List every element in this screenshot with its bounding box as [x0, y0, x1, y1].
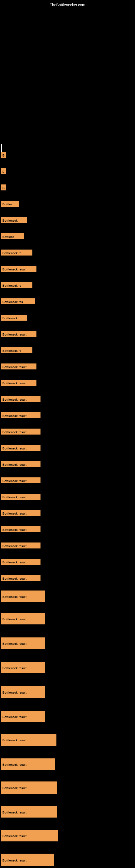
bottleneck-result-5: Bottlene: [1, 233, 24, 239]
bottleneck-result-32: Bottleneck result: [1, 711, 45, 722]
cursor-bar: [1, 144, 2, 152]
bottleneck-result-1: E: [1, 168, 6, 174]
bottleneck-result-3: Bottler: [1, 201, 19, 207]
bottleneck-result-14: Bottleneck result: [1, 380, 37, 386]
bottleneck-result-37: Bottleneck result: [1, 830, 58, 841]
bottleneck-result-24: Bottleneck result: [1, 542, 41, 549]
bottleneck-result-29: Bottleneck result: [1, 638, 45, 649]
bottleneck-result-18: Bottleneck result: [1, 445, 41, 451]
bottleneck-result-34: Bottleneck result: [1, 758, 55, 770]
bottleneck-result-26: Bottleneck result: [1, 575, 41, 581]
bottleneck-result-19: Bottleneck result: [1, 461, 41, 467]
bottleneck-result-31: Bottleneck result: [1, 686, 45, 698]
bottleneck-result-12: Bottleneck re: [1, 347, 32, 353]
bottleneck-result-7: Bottleneck resul: [1, 266, 37, 272]
bottleneck-result-36: Bottleneck result: [1, 806, 57, 817]
bottleneck-result-35: Bottleneck result: [1, 781, 57, 794]
bottleneck-result-21: Bottleneck result: [1, 494, 41, 500]
bottleneck-result-20: Bottleneck result: [1, 477, 41, 484]
bottleneck-result-27: Bottleneck result: [1, 590, 45, 602]
site-title: TheBottlenecker.com: [50, 3, 85, 7]
bottleneck-result-28: Bottleneck result: [1, 613, 45, 624]
bottleneck-result-25: Bottleneck result: [1, 559, 41, 565]
bottleneck-result-30: Bottleneck result: [1, 662, 45, 673]
bottleneck-result-16: Bottleneck result: [1, 412, 41, 418]
bottleneck-result-11: Bottleneck result: [1, 331, 37, 337]
bottleneck-result-17: Bottleneck result: [1, 429, 41, 435]
bottleneck-result-2: B: [1, 184, 6, 190]
bottleneck-result-10: Bottleneck: [1, 315, 27, 321]
bottleneck-result-23: Bottleneck result: [1, 526, 41, 532]
bottleneck-result-4: Bottleneck: [1, 217, 27, 223]
bottleneck-result-13: Bottleneck result: [1, 364, 37, 369]
bottleneck-result-8: Bottleneck re: [1, 282, 32, 288]
bottleneck-result-38: Bottleneck result: [1, 854, 54, 866]
bottleneck-result-22: Bottleneck result: [1, 510, 41, 516]
bottleneck-result-6: Bottleneck re: [1, 250, 32, 255]
bottleneck-result-0: B: [1, 152, 6, 158]
bottleneck-result-9: Bottleneck res: [1, 299, 35, 304]
bottleneck-result-15: Bottleneck result: [1, 396, 41, 402]
bottleneck-result-33: Bottleneck result: [1, 734, 56, 746]
